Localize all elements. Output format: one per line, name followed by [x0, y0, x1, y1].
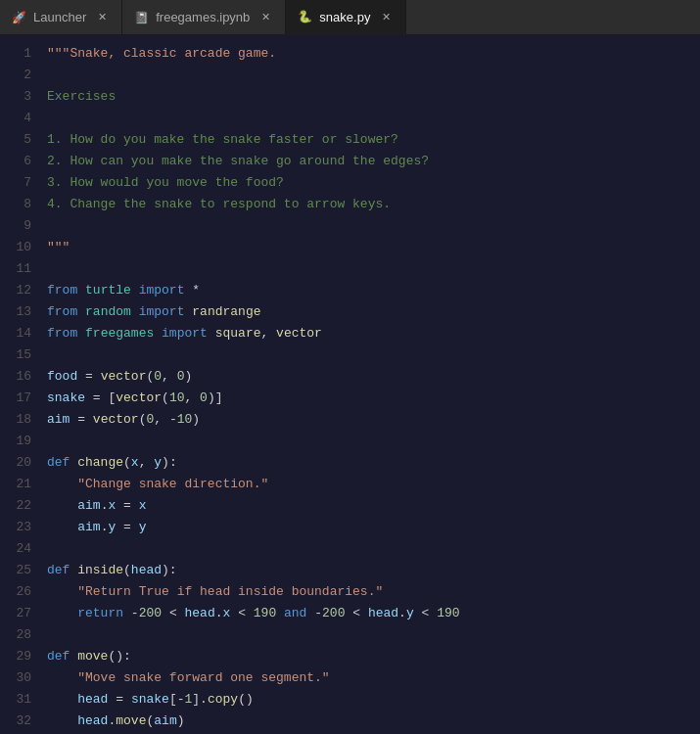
code-line: 1. How do you make the snake faster or s…	[47, 129, 700, 151]
tab-bar: 🚀 Launcher ✕ 📓 freegames.ipynb ✕ 🐍 snake…	[0, 0, 700, 35]
line-number: 15	[0, 344, 31, 366]
code-line	[47, 624, 700, 646]
code-line: "Change snake direction."	[47, 474, 700, 495]
code-line: def inside(head):	[47, 560, 700, 581]
code-line: """Snake, classic arcade game.	[47, 43, 700, 65]
python-icon: 🐍	[298, 10, 311, 23]
line-number: 18	[0, 409, 31, 431]
line-number: 7	[0, 172, 31, 194]
code-line: def move():	[47, 646, 700, 667]
line-number: 21	[0, 474, 31, 495]
code-line: from freegames import square, vector	[47, 323, 700, 344]
line-number: 32	[0, 711, 31, 732]
code-line: "Return True if head inside boundaries."	[47, 581, 700, 603]
tab-freegames[interactable]: 📓 freegames.ipynb ✕	[122, 0, 286, 34]
line-number: 4	[0, 108, 31, 129]
line-number: 10	[0, 237, 31, 258]
line-number: 31	[0, 689, 31, 711]
code-line	[47, 65, 700, 86]
code-line: from turtle import *	[47, 280, 700, 301]
line-number: 2	[0, 65, 31, 86]
line-number: 22	[0, 495, 31, 517]
code-line: aim.x = x	[47, 495, 700, 517]
line-number: 1	[0, 43, 31, 65]
line-number: 23	[0, 517, 31, 538]
line-number: 26	[0, 581, 31, 603]
notebook-icon: 📓	[134, 11, 148, 24]
code-line	[47, 258, 700, 280]
line-number: 5	[0, 129, 31, 151]
tab-launcher-close[interactable]: ✕	[94, 10, 110, 25]
line-number: 14	[0, 323, 31, 344]
code-line: from random import randrange	[47, 301, 700, 323]
line-number: 29	[0, 646, 31, 667]
code-line: aim = vector(0, -10)	[47, 409, 700, 431]
code-line: 3. How would you move the food?	[47, 172, 700, 194]
tab-launcher[interactable]: 🚀 Launcher ✕	[0, 0, 122, 34]
tab-freegames-label: freegames.ipynb	[156, 10, 250, 24]
code-line	[47, 215, 700, 237]
code-line: head = snake[-1].copy()	[47, 689, 700, 711]
line-number: 19	[0, 431, 31, 452]
tab-snake-label: snake.py	[319, 10, 370, 24]
line-number: 27	[0, 603, 31, 624]
code-line	[47, 538, 700, 560]
line-number: 17	[0, 388, 31, 409]
code-line: 4. Change the snake to respond to arrow …	[47, 194, 700, 215]
line-number: 13	[0, 301, 31, 323]
code-editor[interactable]: 1234567891011121314151617181920212223242…	[0, 35, 700, 734]
line-number: 28	[0, 624, 31, 646]
line-number: 9	[0, 215, 31, 237]
line-number: 12	[0, 280, 31, 301]
code-line: """	[47, 237, 700, 258]
line-number: 16	[0, 366, 31, 388]
code-line: food = vector(0, 0)	[47, 366, 700, 388]
tab-snake-close[interactable]: ✕	[378, 9, 394, 24]
code-line: snake = [vector(10, 0)]	[47, 388, 700, 409]
code-line	[47, 431, 700, 452]
launcher-icon: 🚀	[12, 11, 25, 24]
code-line	[47, 108, 700, 129]
code-line: return -200 < head.x < 190 and -200 < he…	[47, 603, 700, 624]
code-line: "Move snake forward one segment."	[47, 667, 700, 689]
code-line	[47, 344, 700, 366]
code-line: head.move(aim)	[47, 711, 700, 732]
line-number: 3	[0, 86, 31, 108]
line-number: 11	[0, 258, 31, 280]
code-line: def change(x, y):	[47, 452, 700, 474]
code-line: 2. How can you make the snake go around …	[47, 151, 700, 172]
code-content[interactable]: """Snake, classic arcade game. Exercises…	[39, 35, 700, 734]
code-line: Exercises	[47, 86, 700, 108]
line-number: 30	[0, 667, 31, 689]
tab-launcher-label: Launcher	[33, 10, 86, 24]
tab-snake[interactable]: 🐍 snake.py ✕	[286, 0, 406, 35]
line-number: 8	[0, 194, 31, 215]
code-line: aim.y = y	[47, 517, 700, 538]
line-number: 25	[0, 560, 31, 581]
line-numbers: 1234567891011121314151617181920212223242…	[0, 35, 39, 734]
line-number: 24	[0, 538, 31, 560]
line-number: 6	[0, 151, 31, 172]
tab-freegames-close[interactable]: ✕	[257, 10, 273, 25]
line-number: 20	[0, 452, 31, 474]
